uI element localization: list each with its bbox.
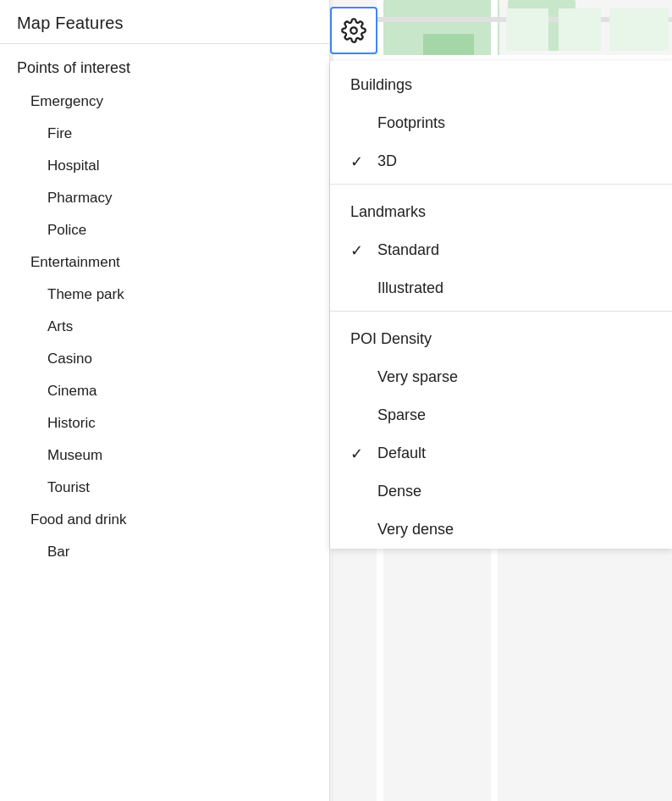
landmarks-title: Landmarks xyxy=(330,188,672,231)
gear-icon xyxy=(341,18,366,43)
very-dense-item[interactable]: Very dense xyxy=(330,511,672,549)
item-tourist[interactable]: Tourist xyxy=(0,472,329,504)
item-pharmacy[interactable]: Pharmacy xyxy=(0,182,329,214)
landmarks-section: Landmarks ✓ Standard Illustrated xyxy=(330,188,672,307)
item-hospital[interactable]: Hospital xyxy=(0,150,329,182)
item-cinema[interactable]: Cinema xyxy=(0,375,329,407)
3d-check: ✓ xyxy=(350,152,363,171)
divider-2 xyxy=(330,311,672,312)
panel-title: Map Features xyxy=(17,14,124,32)
subcategory-emergency: Emergency xyxy=(0,86,329,118)
item-theme-park[interactable]: Theme park xyxy=(0,279,329,311)
svg-point-14 xyxy=(350,27,357,34)
left-panel: Map Features Points of interest Emergenc… xyxy=(0,0,330,801)
buildings-section: Buildings Footprints ✓ 3D xyxy=(330,61,672,180)
right-panel: Buildings Footprints ✓ 3D Landmarks ✓ St… xyxy=(330,61,672,549)
panel-header: Map Features xyxy=(0,0,329,44)
3d-item[interactable]: ✓ 3D xyxy=(330,142,672,180)
svg-rect-10 xyxy=(506,8,548,51)
standard-check: ✓ xyxy=(350,241,363,260)
sparse-item[interactable]: Sparse xyxy=(330,396,672,434)
item-police[interactable]: Police xyxy=(0,214,329,246)
item-museum[interactable]: Museum xyxy=(0,439,329,472)
item-historic[interactable]: Historic xyxy=(0,407,329,439)
illustrated-item[interactable]: Illustrated xyxy=(330,269,672,307)
subcategory-food-drink: Food and drink xyxy=(0,504,329,536)
item-casino[interactable]: Casino xyxy=(0,343,329,375)
footprints-item[interactable]: Footprints xyxy=(330,104,672,142)
item-arts[interactable]: Arts xyxy=(0,311,329,343)
svg-rect-11 xyxy=(559,8,601,51)
standard-item[interactable]: ✓ Standard xyxy=(330,231,672,269)
divider-1 xyxy=(330,184,672,185)
buildings-title: Buildings xyxy=(330,61,672,104)
poi-density-title: POI Density xyxy=(330,315,672,358)
dense-item[interactable]: Dense xyxy=(330,472,672,511)
default-check: ✓ xyxy=(350,445,363,463)
feature-list: Points of interest Emergency Fire Hospit… xyxy=(0,44,329,575)
svg-rect-12 xyxy=(609,8,669,51)
item-bar[interactable]: Bar xyxy=(0,536,329,568)
very-sparse-item[interactable]: Very sparse xyxy=(330,358,672,396)
subcategory-entertainment: Entertainment xyxy=(0,246,329,279)
item-fire[interactable]: Fire xyxy=(0,118,329,150)
settings-button[interactable] xyxy=(330,7,377,54)
default-item[interactable]: ✓ Default xyxy=(330,434,672,472)
poi-density-section: POI Density Very sparse Sparse ✓ Default… xyxy=(330,315,672,549)
category-poi: Points of interest xyxy=(0,51,329,86)
